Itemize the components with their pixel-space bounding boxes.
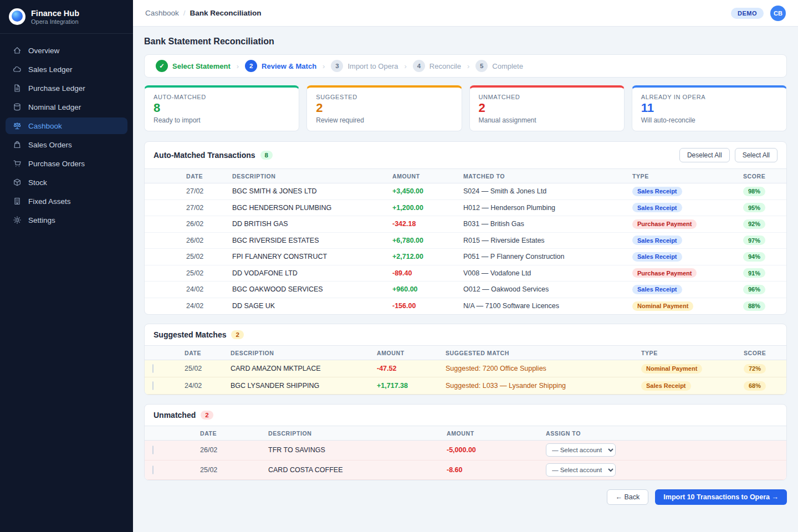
scales-icon [12,121,22,131]
stepper-step[interactable]: ✓ Select Statement [156,60,231,72]
page-content: Bank Statement Reconciliation ✓ Select S… [133,27,798,516]
table-row: 25/02 CARD COSTA COFFEE -8.60 — Select a… [145,461,786,480]
cell-amount: -342.18 [392,220,463,228]
score-badge: 88% [743,301,765,311]
auto-matched-panel: Auto-Matched Transactions 8 Deselect All… [144,141,787,315]
sidebar-item-overview[interactable]: Overview [6,42,127,59]
sidebar-item-stock[interactable]: Stock [6,174,127,191]
score-badge: 92% [743,219,765,229]
score-badge: 91% [743,268,765,278]
sidebar-item-label: Settings [28,216,55,224]
sidebar-item-settings[interactable]: Settings [6,212,127,228]
breadcrumb-separator: / [183,9,186,17]
gear-icon [12,216,22,225]
step-separator-icon: › [404,62,406,70]
step-label: Reconcile [429,62,461,70]
type-badge: Nominal Payment [641,364,702,374]
stepper-step[interactable]: 4 Reconcile [413,60,461,72]
suggested-matches-title: Suggested Matches [154,330,226,339]
row-checkbox[interactable] [152,466,154,474]
assign-account-select[interactable]: — Select account — [546,443,616,457]
step-marker: 4 [413,60,425,72]
cell-amount: +1,717.38 [377,382,446,390]
stepper-step[interactable]: 5 Complete [475,60,523,72]
app-subtitle: Opera Integration [31,18,79,25]
import-to-opera-button[interactable]: Import 10 Transactions to Opera → [655,489,787,505]
sidebar-item-label: Cashbook [28,122,62,130]
cell-description: BGC RIVERSIDE ESTATES [232,237,392,244]
column-header: TYPE [632,173,743,180]
row-checkbox[interactable] [152,446,154,454]
stepper-step[interactable]: 2 Review & Match [245,60,316,72]
step-marker: ✓ [156,60,168,72]
sidebar-item-nominal-ledger[interactable]: Nominal Ledger [6,99,127,115]
summary-card-value: 2 [316,101,452,115]
summary-card-label: ALREADY IN OPERA [641,94,777,100]
footer-actions: ← Back Import 10 Transactions to Opera → [144,489,787,505]
sidebar-item-purchase-orders[interactable]: Purchase Orders [6,155,127,172]
type-badge: Nominal Payment [632,301,693,311]
column-header: DESCRIPTION [231,350,377,356]
auto-matched-title: Auto-Matched Transactions [154,151,255,160]
back-button[interactable]: ← Back [607,489,649,505]
deselect-all-button[interactable]: Deselect All [679,148,730,162]
sidebar-item-cashbook[interactable]: Cashbook [6,117,127,134]
sidebar-item-sales-orders[interactable]: Sales Orders [6,136,127,153]
summary-card-value: 11 [641,101,777,115]
summary-card-subtext: Review required [316,116,452,124]
cell-date: 26/02 [186,220,232,228]
step-separator-icon: › [323,62,325,70]
column-header: DESCRIPTION [268,430,447,437]
cell-date: 25/02 [185,365,231,372]
table-row: 25/02 FPI FLANNERY CONSTRUCT +2,712.00 P… [145,249,786,265]
stepper-step[interactable]: 3 Import to Opera [331,60,398,72]
column-header: TYPE [641,350,744,356]
avatar[interactable]: CB [770,6,786,21]
wizard-stepper: ✓ Select Statement › 2 Review & Match › … [144,54,787,78]
column-header: DATE [200,430,268,437]
suggested-table: 25/02 CARD AMAZON MKTPLACE -47.52 Sugges… [145,360,786,395]
sidebar-item-purchase-ledger[interactable]: Purchase Ledger [6,80,127,96]
suggested-matches-panel: Suggested Matches 2 DATE DESCRIPTION AMO… [144,324,787,395]
cell-amount: -47.52 [377,365,446,372]
score-badge: 72% [744,364,766,374]
table-row: 26/02 BGC RIVERSIDE ESTATES +6,780.00 R0… [145,233,786,249]
type-badge: Sales Receipt [632,203,682,212]
sidebar-item-fixed-assets[interactable]: Fixed Assets [6,193,127,209]
cell-description: DD BRITISH GAS [232,220,392,228]
assign-account-select[interactable]: — Select account — [546,463,616,477]
cell-description: BGC HENDERSON PLUMBING [232,204,392,212]
row-checkbox[interactable] [152,364,154,373]
auto-matched-count-badge: 8 [260,151,273,160]
table-row: 25/02 DD VODAFONE LTD -89.40 V008 — Voda… [145,265,786,282]
breadcrumb-section[interactable]: Cashbook [145,9,179,17]
cell-date: 25/02 [186,253,232,260]
select-all-button[interactable]: Select All [735,148,777,162]
cell-date: 27/02 [186,187,232,195]
summary-card-subtext: Ready to import [154,116,290,124]
cell-matched-to: V008 — Vodafone Ltd [463,269,632,277]
type-badge: Purchase Payment [632,219,697,229]
cell-date: 24/02 [186,285,232,293]
app-brand: Finance Hub Opera Integration [0,0,133,34]
summary-card: UNMATCHED 2 Manual assignment [469,85,625,131]
row-checkbox[interactable] [152,381,154,390]
sidebar-item-label: Sales Ledger [28,65,73,74]
unmatched-panel: Unmatched 2 DATE DESCRIPTION AMOUNT ASSI… [144,404,787,480]
cell-matched-to: P051 — P Flannery Construction [463,253,632,260]
breadcrumb-page: Bank Reconciliation [190,9,262,17]
step-separator-icon: › [467,62,469,70]
cell-date: 26/02 [186,237,232,244]
cell-date: 24/02 [186,302,232,310]
cell-description: FPI FLANNERY CONSTRUCT [232,253,392,260]
cell-matched-to: B031 — British Gas [463,220,632,228]
app-logo-icon [9,8,25,25]
cell-matched-to: R015 — Riverside Estates [463,237,632,244]
summary-cards: AUTO-MATCHED 8 Ready to import SUGGESTED… [144,85,787,131]
score-badge: 98% [743,187,765,196]
sidebar-item-sales-ledger[interactable]: Sales Ledger [6,61,127,78]
column-header: DATE [185,350,231,356]
auto-matched-table: 27/02 BGC SMITH & JONES LTD +3,450.00 S0… [145,183,786,314]
score-badge: 95% [743,203,765,212]
cell-amount: -8.60 [447,466,546,474]
